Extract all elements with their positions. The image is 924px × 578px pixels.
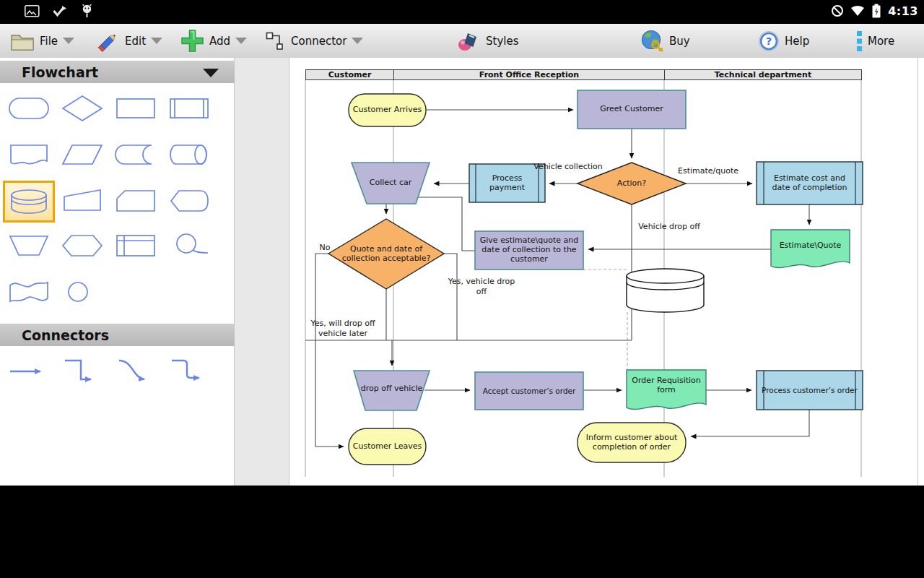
folder-icon — [10, 31, 35, 51]
direct-access-storage-shape-icon — [167, 139, 211, 171]
node-order-requisition-document[interactable] — [627, 370, 706, 410]
bottom-ad-panel: ✕ — [0, 486, 924, 578]
clock: 4:13 — [888, 4, 918, 18]
shape-paper-tape[interactable] — [7, 276, 51, 308]
shape-stored-data[interactable] — [114, 139, 157, 171]
shape-manual-operation[interactable] — [7, 230, 51, 262]
connectors-section-header[interactable]: Connectors — [0, 324, 235, 346]
process-shape-icon — [114, 92, 157, 124]
edit-caret-icon — [151, 38, 162, 44]
shape-document[interactable] — [7, 139, 51, 171]
file-button[interactable]: File — [10, 24, 74, 58]
predefined-process-shape-icon — [167, 92, 211, 124]
shape-palette-sidebar: Flowchart Connectors — [0, 58, 235, 486]
connector-elbow[interactable] — [61, 355, 104, 387]
styles-label: Styles — [486, 35, 519, 48]
connector-curved[interactable] — [114, 355, 157, 387]
wifi-icon — [850, 5, 865, 17]
manual-operation-shape-icon — [7, 230, 51, 262]
buy-button[interactable]: Buy — [641, 24, 690, 58]
database-shape-icon — [7, 186, 51, 217]
connector-s-elbow[interactable] — [167, 355, 211, 387]
shape-display[interactable] — [167, 185, 211, 217]
node-quote-acceptable-decision[interactable] — [328, 219, 444, 289]
node-process-order[interactable] — [757, 371, 863, 410]
node-give-estimate[interactable] — [475, 231, 583, 269]
decision-shape-icon — [61, 92, 104, 124]
more-button[interactable]: More — [856, 24, 894, 58]
file-caret-icon — [63, 38, 74, 44]
flow-nodes[interactable] — [328, 90, 863, 465]
connector-caret-icon — [352, 38, 363, 44]
card-shape-icon — [114, 185, 157, 217]
straight-arrow-icon — [7, 355, 51, 387]
node-accept-order[interactable] — [475, 372, 583, 410]
edge-no-to-leaves — [315, 254, 344, 447]
node-estimate-cost[interactable] — [757, 162, 863, 204]
connector-button[interactable]: Connector — [266, 24, 363, 58]
flowchart-header-label: Flowchart — [22, 64, 98, 80]
connector-circle-shape-icon — [61, 276, 104, 308]
node-customer-leaves[interactable] — [349, 428, 426, 465]
data-parallelogram-shape-icon — [61, 139, 104, 171]
document-shape-icon — [7, 139, 51, 171]
more-label: More — [868, 35, 894, 48]
add-button[interactable]: Add — [180, 24, 247, 58]
canvas-scrollbar[interactable] — [918, 58, 918, 486]
node-database-cylinder[interactable] — [627, 269, 704, 312]
buy-label: Buy — [669, 35, 690, 48]
node-inform-customer[interactable] — [578, 423, 686, 462]
shape-card[interactable] — [114, 185, 157, 217]
connector-elbow-icon — [266, 32, 286, 51]
flowchart-section-header[interactable]: Flowchart — [0, 61, 235, 83]
sequential-storage-shape-icon — [167, 230, 211, 262]
usb-debug-android-icon — [81, 4, 93, 18]
node-estimate-quote-document[interactable] — [771, 230, 850, 268]
node-collect-car[interactable] — [352, 163, 430, 204]
help-button[interactable]: ? Help — [758, 24, 809, 58]
task-check-icon — [53, 5, 68, 17]
lane-header-customer: Customer — [305, 69, 394, 80]
node-process-payment[interactable] — [469, 164, 545, 202]
stored-data-shape-icon — [114, 139, 157, 171]
paper-tape-shape-icon — [7, 276, 51, 308]
shape-connector-circle[interactable] — [61, 276, 104, 308]
no-signal-icon — [831, 4, 844, 17]
display-shape-icon — [167, 185, 211, 217]
collapse-triangle-icon — [203, 69, 219, 77]
svg-text:?: ? — [766, 35, 772, 47]
node-drop-off-vehicle[interactable] — [354, 371, 430, 410]
elbow-arrow-icon — [61, 355, 104, 387]
shape-process[interactable] — [114, 92, 157, 124]
connector-straight[interactable] — [7, 355, 51, 387]
help-icon: ? — [758, 30, 780, 52]
diagram-canvas[interactable]: Customer Front Office Reception Technica… — [235, 58, 924, 486]
lane-header-front-office: Front Office Reception — [393, 69, 665, 80]
shape-sequential-storage[interactable] — [167, 230, 211, 262]
s-elbow-arrow-icon — [167, 355, 211, 387]
plus-icon — [180, 29, 204, 53]
screenshot-icon — [25, 5, 40, 17]
shape-manual-input[interactable] — [61, 185, 104, 217]
shape-internal-storage[interactable] — [114, 230, 157, 262]
lane-header-technical: Technical department — [664, 69, 862, 80]
shape-predefined-process[interactable] — [167, 92, 211, 124]
shape-data[interactable] — [61, 139, 104, 171]
styles-button[interactable]: Styles — [458, 24, 519, 58]
edit-button[interactable]: Edit — [97, 24, 162, 58]
node-greet-customer[interactable] — [578, 90, 686, 129]
shape-terminator[interactable] — [7, 92, 51, 124]
shape-direct-access-storage[interactable] — [167, 139, 211, 171]
curved-arrow-icon — [114, 355, 157, 387]
shape-decision[interactable] — [61, 92, 104, 124]
shape-database-selected[interactable] — [3, 181, 55, 223]
globe-buy-icon — [641, 30, 664, 53]
connectors-header-label: Connectors — [22, 327, 109, 343]
app-screen: 4:13 File Edit Add Connector Styles — [0, 0, 924, 578]
node-action-decision[interactable] — [578, 163, 686, 204]
edit-label: Edit — [125, 35, 146, 48]
shape-preparation[interactable] — [61, 230, 104, 262]
add-label: Add — [209, 35, 230, 48]
edge-yes-dropoff-down — [444, 254, 457, 340]
node-customer-arrives[interactable] — [349, 94, 426, 126]
